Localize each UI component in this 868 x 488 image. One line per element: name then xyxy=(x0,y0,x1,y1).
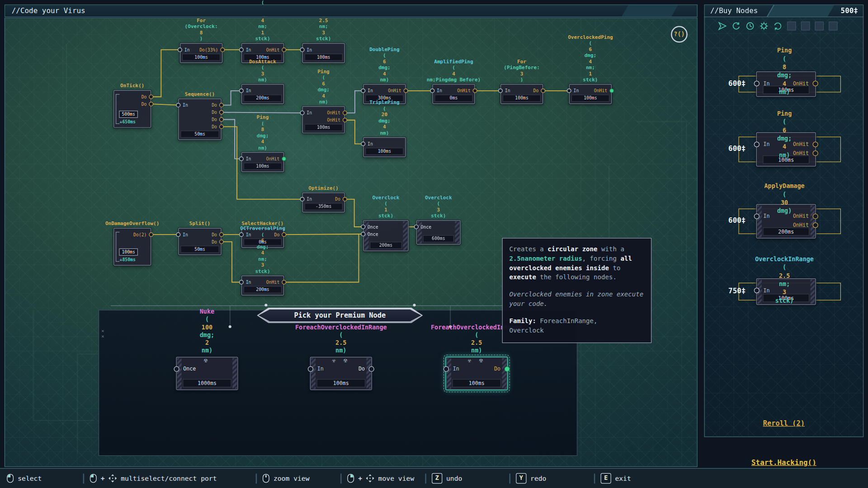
reroll-link[interactable]: Reroll (2) xyxy=(705,419,863,427)
in-port[interactable] xyxy=(567,89,571,93)
node-name: Split() xyxy=(189,221,210,227)
node-ping-6[interactable]: Ping(6dmg;4nm)InOnHitOnHit100ms xyxy=(302,106,345,133)
rotate-icon[interactable] xyxy=(774,22,783,31)
in-port[interactable] xyxy=(239,47,244,52)
out-port[interactable] xyxy=(282,157,286,161)
out-port[interactable] xyxy=(404,89,408,93)
bonus-duration-label: +850ms xyxy=(119,257,135,262)
out-port[interactable] xyxy=(220,47,225,52)
node-foreach-overclocked-2[interactable]: ForeachOverclockedInRange(2.5nm)☣ ☢InDo1… xyxy=(446,357,508,390)
out-port[interactable] xyxy=(219,103,224,108)
in-port[interactable] xyxy=(176,103,180,108)
out-port[interactable] xyxy=(343,111,347,115)
in-port[interactable] xyxy=(308,366,313,371)
in-port[interactable] xyxy=(300,111,305,115)
in-port[interactable] xyxy=(361,225,365,229)
in-port[interactable] xyxy=(361,232,365,236)
in-port[interactable] xyxy=(498,89,503,93)
port-rows: InOnHit xyxy=(363,87,405,94)
clock-icon[interactable] xyxy=(745,22,755,31)
node-title: Optimize() xyxy=(309,185,339,191)
out-port[interactable] xyxy=(149,102,153,106)
out-port[interactable] xyxy=(282,280,286,285)
out-port[interactable] xyxy=(473,89,477,93)
in-port[interactable] xyxy=(239,157,244,161)
out-port[interactable] xyxy=(219,232,224,237)
out-port[interactable] xyxy=(149,94,153,99)
port-row: Once xyxy=(177,365,238,374)
port-label: Do(33%) xyxy=(199,47,218,54)
in-port[interactable] xyxy=(176,232,180,237)
out-port[interactable] xyxy=(219,125,224,129)
node-optimize[interactable]: Optimize()InDo-350ms xyxy=(302,192,345,212)
in-port[interactable] xyxy=(178,47,182,52)
port-rows: InDoDoDoDo xyxy=(179,102,221,131)
out-port[interactable] xyxy=(541,89,545,93)
in-port[interactable] xyxy=(300,47,305,52)
node-for-pingbefore[interactable]: For(PingBefore:3)InDo100ms xyxy=(500,84,543,104)
bonus-duration-label: +650ms xyxy=(119,119,135,124)
in-port[interactable] xyxy=(174,366,179,371)
in-port[interactable] xyxy=(414,225,419,229)
node-nuke[interactable]: Nuke(100dmg;2nm)☢Once1000ms xyxy=(176,357,238,390)
port-row: InDo xyxy=(303,196,344,203)
header-decoration xyxy=(621,5,679,17)
shop-item-params: (6dmg;4nm) xyxy=(719,118,850,160)
node-params: (20dmg;4nm) xyxy=(369,106,399,136)
in-port[interactable] xyxy=(361,89,365,93)
node-octraversalping[interactable]: OCTraversalPing(6dmg;4nm;3stck)InOnHit20… xyxy=(241,276,284,296)
port-label: Do xyxy=(335,196,340,203)
node-overclockedping-2[interactable]: OverclockedPing(6dmg;4nm;1stck)InOnHit10… xyxy=(569,84,612,104)
out-port[interactable] xyxy=(369,366,374,371)
help-button[interactable]: ?() xyxy=(671,26,688,43)
port-label: In xyxy=(246,87,251,94)
virus-icon[interactable] xyxy=(760,22,769,31)
in-port[interactable] xyxy=(430,89,434,93)
out-port[interactable] xyxy=(609,89,614,93)
node-overclock-3[interactable]: Overclock(3stck)Once600ms xyxy=(416,220,461,244)
out-port[interactable] xyxy=(219,239,224,244)
hotbar-item-zoom-view: zoom view xyxy=(262,469,309,488)
plane-icon[interactable] xyxy=(718,22,727,31)
node-ping-8[interactable]: Ping(8dmg;4nm)InOnHit100ms xyxy=(241,152,284,172)
node-dosattack[interactable]: DosAttack(3nm)In200ms xyxy=(241,84,284,104)
keycap-z: Z xyxy=(432,473,442,483)
duration-label: -350ms xyxy=(304,203,342,210)
port-row: In xyxy=(242,87,283,94)
premium-banner-label: Pick your Premium Node xyxy=(259,309,421,321)
node-sequence[interactable]: Sequence()InDoDoDoDo50ms xyxy=(178,99,222,140)
node-overclockinrange[interactable]: OverclockInRange(2.5nm;3stck)In100ms xyxy=(302,43,345,63)
port-label: In xyxy=(307,196,312,203)
tooltip-paragraph: Overclocked enemies in zone execute your… xyxy=(509,290,645,309)
start-hacking-link[interactable]: Start.Hacking() xyxy=(704,458,864,466)
out-port[interactable] xyxy=(343,118,347,122)
in-port[interactable] xyxy=(361,141,365,146)
duration-label: 100ms xyxy=(244,163,282,170)
in-port[interactable] xyxy=(239,89,244,93)
in-port[interactable] xyxy=(443,366,449,371)
out-port[interactable] xyxy=(813,222,818,228)
node-tripleping[interactable]: TriplePing(20dmg;4nm)In100ms xyxy=(363,137,406,157)
out-port[interactable] xyxy=(149,232,153,237)
node-for-overclock[interactable]: For(Overclock:8)InDo(33%)100ms xyxy=(180,43,222,63)
refresh-icon[interactable] xyxy=(732,22,741,31)
node-amplifiedping[interactable]: AmplifiedPing(4nm;Pingdmg Before)InOnHit… xyxy=(432,84,475,104)
in-port[interactable] xyxy=(300,197,305,202)
node-ontick[interactable]: OnTick()DoDo500ms+650ms xyxy=(113,90,151,128)
out-port[interactable] xyxy=(219,117,224,122)
port-row: InOnHit xyxy=(242,279,283,286)
node-foreach-overclocked-1[interactable]: ForeachOverclockedInRange(2.5nm)☣ ☢InDo1… xyxy=(310,357,372,390)
out-port[interactable] xyxy=(219,110,224,115)
port-label: In xyxy=(317,365,324,374)
node-overclock-1[interactable]: Overclock(1stck)OnceOnce200ms xyxy=(363,220,408,251)
in-port[interactable] xyxy=(239,280,244,285)
out-port[interactable] xyxy=(343,197,347,202)
shop-item-params: (8dmg;4nm) xyxy=(719,55,850,96)
node-split[interactable]: Split()InDoDo50ms xyxy=(178,228,222,255)
out-port[interactable] xyxy=(282,47,286,52)
shop-item-params: (2.5nm;3stck) xyxy=(719,263,850,305)
out-port[interactable] xyxy=(505,366,510,371)
tooltip-text: Overclock xyxy=(509,326,544,334)
shop-item-name: Ping xyxy=(719,109,850,117)
node-ondamageoverflow[interactable]: OnDamageOverflow()Do(2)100ms+850ms xyxy=(113,228,151,265)
